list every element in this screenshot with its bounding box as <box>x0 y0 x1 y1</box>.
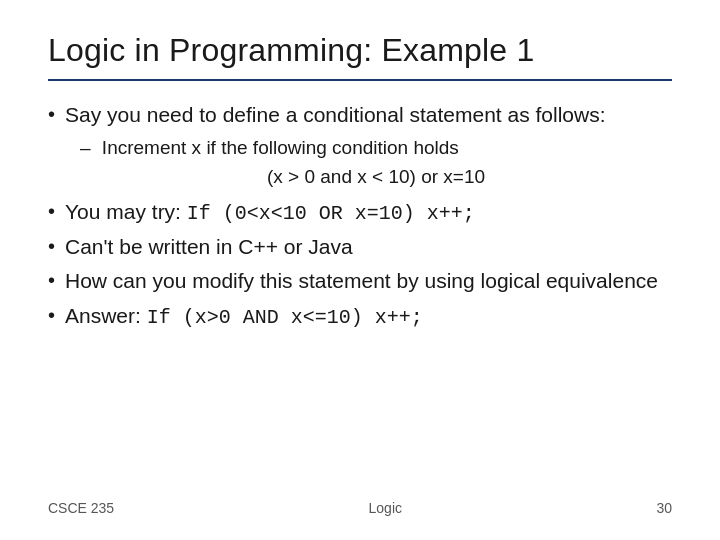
sub-bullet-1: – Increment x if the following condition… <box>80 135 672 162</box>
bullet-item-2: • You may try: If (0<x<10 OR x=10) x++; <box>48 198 672 227</box>
bullet-dot-4: • <box>48 269 55 292</box>
bullet-item-5: • Answer: If (x>0 AND x<=10) x++; <box>48 302 672 331</box>
slide-footer: CSCE 235 Logic 30 <box>48 492 672 516</box>
dash-icon: – <box>80 137 91 158</box>
bullet-text-2: You may try: If (0<x<10 OR x=10) x++; <box>65 198 475 227</box>
slide-content: • Say you need to define a conditional s… <box>48 101 672 492</box>
bullet-text-4: How can you modify this statement by usi… <box>65 267 658 295</box>
slide-title: Logic in Programming: Example 1 <box>48 32 672 69</box>
bullet-dot-3: • <box>48 235 55 258</box>
bullet-item-1: • Say you need to define a conditional s… <box>48 101 672 129</box>
bullet-text-5: Answer: If (x>0 AND x<=10) x++; <box>65 302 423 331</box>
code-snippet-1: If (0<x<10 OR x=10) x++; <box>187 202 475 225</box>
bullet-text-3: Can't be written in C++ or Java <box>65 233 353 261</box>
bullet-text-1: Say you need to define a conditional sta… <box>65 101 606 129</box>
footer-page: 30 <box>656 500 672 516</box>
bullet-item-4: • How can you modify this statement by u… <box>48 267 672 295</box>
sub-bullet-text-1a: – Increment x if the following condition… <box>80 137 459 158</box>
footer-topic: Logic <box>369 500 402 516</box>
sub-bullet-text-1b: (x > 0 and x < 10) or x=10 <box>80 166 672 188</box>
bullet-item-3: • Can't be written in C++ or Java <box>48 233 672 261</box>
slide: Logic in Programming: Example 1 • Say yo… <box>0 0 720 540</box>
footer-course: CSCE 235 <box>48 500 114 516</box>
bullet-dot-5: • <box>48 304 55 327</box>
code-snippet-2: If (x>0 AND x<=10) x++; <box>147 306 423 329</box>
title-divider <box>48 79 672 81</box>
bullet-dot-1: • <box>48 103 55 126</box>
bullet-dot-2: • <box>48 200 55 223</box>
